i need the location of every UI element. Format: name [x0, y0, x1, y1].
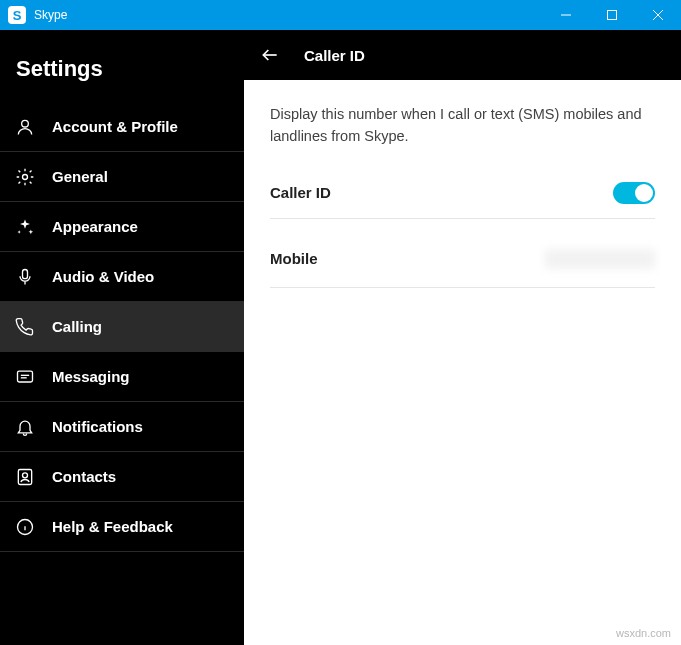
sidebar-item-label: Audio & Video [52, 268, 154, 285]
info-icon [14, 516, 36, 538]
watermark: wsxdn.com [616, 627, 671, 639]
sidebar-item-messaging[interactable]: Messaging [0, 352, 244, 402]
svg-point-11 [23, 472, 28, 477]
main-panel: Caller ID Display this number when I cal… [244, 30, 681, 645]
sidebar-item-calling[interactable]: Calling [0, 302, 244, 352]
window-title: Skype [34, 8, 67, 22]
sparkle-icon [14, 216, 36, 238]
svg-rect-10 [18, 469, 31, 484]
sidebar-item-contacts[interactable]: Contacts [0, 452, 244, 502]
maximize-button[interactable] [589, 0, 635, 30]
svg-point-5 [23, 174, 28, 179]
skype-app-icon: S [8, 6, 26, 24]
sidebar-item-label: General [52, 168, 108, 185]
sidebar-item-appearance[interactable]: Appearance [0, 202, 244, 252]
sidebar-item-label: Calling [52, 318, 102, 335]
caller-id-row: Caller ID [270, 172, 655, 219]
bell-icon [14, 416, 36, 438]
mobile-label: Mobile [270, 250, 318, 267]
sidebar-title: Settings [0, 30, 244, 102]
gear-icon [14, 166, 36, 188]
svg-rect-1 [608, 11, 617, 20]
sidebar-item-label: Help & Feedback [52, 518, 173, 535]
sidebar-item-account-profile[interactable]: Account & Profile [0, 102, 244, 152]
sidebar-item-label: Account & Profile [52, 118, 178, 135]
close-button[interactable] [635, 0, 681, 30]
minimize-button[interactable] [543, 0, 589, 30]
mic-icon [14, 266, 36, 288]
phone-icon [14, 316, 36, 338]
page-description: Display this number when I call or text … [270, 104, 655, 148]
svg-rect-6 [23, 269, 28, 278]
sidebar-item-label: Notifications [52, 418, 143, 435]
sidebar-item-help-feedback[interactable]: Help & Feedback [0, 502, 244, 552]
sidebar-item-label: Messaging [52, 368, 130, 385]
sidebar-item-label: Contacts [52, 468, 116, 485]
mobile-value [545, 249, 655, 269]
sidebar-item-audio-video[interactable]: Audio & Video [0, 252, 244, 302]
main-header: Caller ID [244, 30, 681, 80]
caller-id-toggle[interactable] [613, 182, 655, 204]
toggle-knob [635, 184, 653, 202]
sidebar-item-notifications[interactable]: Notifications [0, 402, 244, 452]
contacts-icon [14, 466, 36, 488]
mobile-row[interactable]: Mobile [270, 219, 655, 288]
page-title: Caller ID [304, 47, 365, 64]
sidebar-item-label: Appearance [52, 218, 138, 235]
sidebar-item-general[interactable]: General [0, 152, 244, 202]
message-icon [14, 366, 36, 388]
caller-id-label: Caller ID [270, 184, 331, 201]
titlebar: S Skype [0, 0, 681, 30]
person-icon [14, 116, 36, 138]
svg-rect-7 [18, 371, 33, 382]
back-button[interactable] [258, 43, 282, 67]
settings-sidebar: Settings Account & Profile General Appea… [0, 30, 244, 645]
svg-point-4 [22, 120, 29, 127]
